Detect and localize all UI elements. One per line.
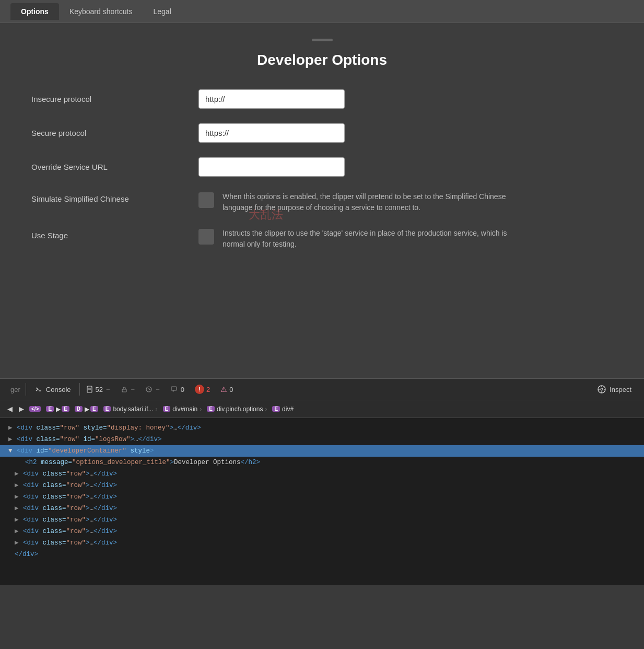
use-stage-row: Use Stage Instructs the clipper to use t… [31,228,613,250]
file-count-stat: 52 − [81,384,115,396]
breadcrumb-bar: ◀ ▶ </> E ▶ E D ▶ E E body.safari.if... … [0,400,644,418]
use-stage-checkbox[interactable] [198,229,214,245]
override-service-url-input[interactable] [198,157,345,177]
source-line-1: ▶ <div class="row" style="display: honey… [0,422,644,434]
collapse-triangle-row2[interactable]: ▶ [15,480,21,491]
svg-line-7 [149,389,150,390]
warning-icon: ⚠ [220,385,227,393]
breadcrumb-source-icon: </> [27,405,44,413]
breadcrumb-back-button[interactable]: ◀ [4,403,16,414]
use-stage-area: Instructs the clipper to use the 'stage'… [198,228,515,250]
breadcrumb-body-text: body.safari.if... [113,405,153,413]
warning-count: 0 [229,386,233,393]
source-line-highlighted: ▼ <div id="developerContainer" style > [0,445,644,457]
collapse-triangle-2[interactable]: ▶ [8,434,15,445]
svg-rect-4 [122,389,126,392]
lock-minus: − [131,386,135,393]
source-line-row-1: ▶ <div class="row" > … </div> [0,468,644,480]
console-tab-button[interactable]: Console [27,382,78,397]
collapse-triangle-row5[interactable]: ▶ [15,515,21,525]
message-icon [170,386,178,393]
error-icon: ! [195,385,204,394]
secure-protocol-label: Secure protocol [31,123,198,137]
error-count: 2 [206,386,210,393]
use-stage-description: Instructs the clipper to use the 'stage'… [223,228,515,250]
inspect-button[interactable]: Inspect [591,381,638,397]
source-badge: </> [29,406,41,412]
inspect-icon [597,385,606,394]
file-count-minus: − [106,386,110,393]
source-line-row-2: ▶ <div class="row" > … </div> [0,480,644,491]
tab-options[interactable]: Options [10,3,59,20]
tab-legal[interactable]: Legal [143,3,182,20]
svg-rect-8 [171,387,177,390]
simulate-chinese-description: When this options is enabled, the clippe… [223,191,515,213]
source-line-row-6: ▶ <div class="row" > … </div> [0,526,644,537]
devtools-bar: ger Console 52 − − − [0,378,644,400]
file-count: 52 [96,386,103,393]
override-service-url-label: Override Service URL [31,157,198,171]
tab-keyboard-shortcuts[interactable]: Keyboard shortcuts [59,3,143,20]
el-badge-1: E [46,406,54,412]
breadcrumb-div-text: div# [282,405,294,413]
collapse-triangle-row6[interactable]: ▶ [15,526,21,537]
collapse-triangle-row4[interactable]: ▶ [15,503,21,514]
simulate-chinese-checkbox[interactable] [198,192,214,208]
breadcrumb-sep-1: › [155,405,159,413]
breadcrumb-item-1[interactable]: E ▶ E [44,404,72,414]
console-icon [34,385,43,393]
main-content: Developer Options Insecure protocol Secu… [0,23,644,378]
clock-minus: − [156,386,160,393]
source-line-row-3: ▶ <div class="row" > … </div> [0,491,644,503]
el-badge-2: E [62,406,69,412]
collapse-triangle-1[interactable]: ▶ [8,423,15,433]
insecure-protocol-input[interactable] [198,89,345,109]
insecure-protocol-label: Insecure protocol [31,89,198,103]
el-badge-3: D [75,406,83,412]
breadcrumb-forward-button[interactable]: ▶ [16,403,27,414]
tab-bar: Options Keyboard shortcuts Legal [0,0,644,23]
page-title: Developer Options [31,52,613,68]
warning-stat: ⚠ 0 [215,383,238,396]
simulate-chinese-row: Simulate Simplified Chinese When this op… [31,191,613,213]
breadcrumb-item-div[interactable]: E div# [270,404,296,414]
source-line-row-7: ▶ <div class="row" > … </div> [0,537,644,549]
divider-2 [79,383,80,396]
message-stat: 0 [165,384,190,396]
el-badge-div: E [272,406,280,412]
source-line-row-4: ▶ <div class="row" > … </div> [0,503,644,514]
el-badge-main: E [163,406,171,412]
insecure-protocol-row: Insecure protocol [31,89,613,109]
breadcrumb-item-body[interactable]: E body.safari.if... › [101,404,161,414]
breadcrumb-arrow-2: ▶ [85,405,89,413]
scroll-bar [312,39,333,41]
source-line-row-5: ▶ <div class="row" > … </div> [0,514,644,526]
breadcrumb-item-2[interactable]: D ▶ E [73,404,101,414]
file-icon [86,386,93,393]
error-stat: ! 2 [190,383,215,396]
collapse-triangle-3[interactable]: ▼ [8,446,15,456]
collapse-triangle-row7[interactable]: ▶ [15,538,21,548]
breadcrumb-item-main[interactable]: E div#main › [161,404,205,414]
use-stage-label: Use Stage [31,228,198,240]
simulate-chinese-area: When this options is enabled, the clippe… [198,191,515,213]
lock-stat: − [115,384,140,396]
source-pane: ▶ <div class="row" style="display: honey… [0,418,644,585]
source-line-h2: <h2 message="options_developer_title" > … [0,457,644,468]
override-service-url-row: Override Service URL [31,157,613,177]
breadcrumb-item-pinch[interactable]: E div.pinch.options › [205,404,270,414]
collapse-triangle-row1[interactable]: ▶ [15,469,21,479]
el-badge-pinch: E [207,406,215,412]
breadcrumb-label-1: ▶ [56,405,61,413]
console-label: Console [46,386,71,393]
inspect-label: Inspect [610,386,631,393]
collapse-triangle-row3[interactable]: ▶ [15,492,21,502]
breadcrumb-sep-2: › [198,405,203,413]
simulate-chinese-label: Simulate Simplified Chinese [31,191,198,203]
secure-protocol-input[interactable] [198,123,345,143]
message-count: 0 [181,386,184,393]
lock-icon [121,386,128,393]
breadcrumb-main-text: div#main [172,405,197,413]
breadcrumb-sep-3: › [264,405,268,413]
clock-icon [145,386,153,393]
